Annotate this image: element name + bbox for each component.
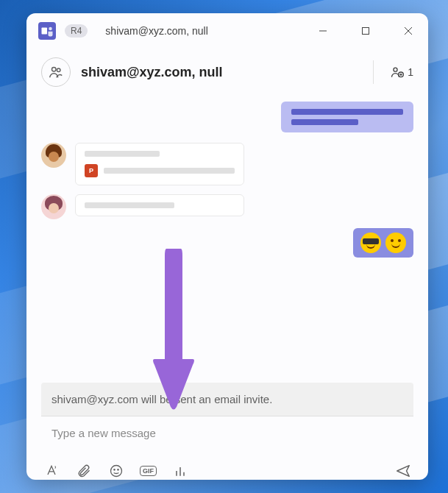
emoji-button[interactable]	[107, 462, 125, 480]
message-input-container	[41, 416, 413, 450]
outgoing-message[interactable]	[281, 102, 413, 132]
svg-point-14	[118, 469, 118, 470]
divider	[373, 60, 374, 84]
message-input[interactable]	[51, 427, 403, 439]
chat-body: P	[26, 96, 428, 383]
titlebar: R4 shivam@xyz.com, null	[26, 13, 428, 49]
invite-notice: shivam@xyz.com will be sent an email inv…	[41, 383, 413, 416]
svg-point-7	[57, 68, 60, 72]
chat-header: shivam@xyz.com, null 1	[26, 49, 428, 96]
compose-toolbar: GIF	[26, 459, 428, 480]
format-button[interactable]	[43, 462, 60, 480]
svg-point-12	[111, 466, 122, 477]
window-title: shivam@xyz.com, null	[105, 25, 297, 37]
compose-area: shivam@xyz.com will be sent an email inv…	[26, 383, 428, 459]
svg-rect-3	[363, 28, 369, 35]
build-badge: R4	[65, 24, 88, 38]
svg-point-8	[394, 68, 397, 71]
incoming-message-row: P	[41, 143, 413, 185]
svg-point-1	[49, 27, 52, 31]
close-button[interactable]	[391, 19, 425, 43]
message-card-with-file[interactable]: P	[75, 143, 244, 185]
avatar[interactable]	[41, 143, 66, 168]
poll-button[interactable]	[171, 462, 189, 480]
sunglasses-emoji-icon	[360, 233, 381, 253]
message-card[interactable]	[75, 194, 244, 216]
svg-rect-0	[42, 28, 48, 35]
minimize-button[interactable]	[306, 19, 340, 43]
avatar[interactable]	[41, 194, 66, 219]
svg-point-6	[52, 68, 57, 72]
add-participants-button[interactable]: 1	[390, 65, 413, 79]
send-button[interactable]	[394, 462, 412, 480]
maximize-button[interactable]	[349, 19, 383, 43]
participant-count: 1	[408, 66, 413, 78]
smile-emoji-icon	[385, 233, 406, 253]
chat-title: shivam@xyz.com, null	[81, 65, 357, 80]
teams-chat-window: R4 shivam@xyz.com, null shivam@xyz.com, …	[26, 13, 428, 480]
incoming-message-row	[41, 194, 413, 219]
svg-point-13	[114, 469, 115, 470]
teams-app-icon	[38, 22, 56, 40]
emoji-reaction-message[interactable]	[353, 228, 413, 258]
attach-button[interactable]	[75, 462, 93, 480]
powerpoint-icon: P	[85, 164, 98, 177]
gif-button[interactable]: GIF	[140, 466, 157, 476]
group-avatar-icon	[41, 57, 71, 87]
